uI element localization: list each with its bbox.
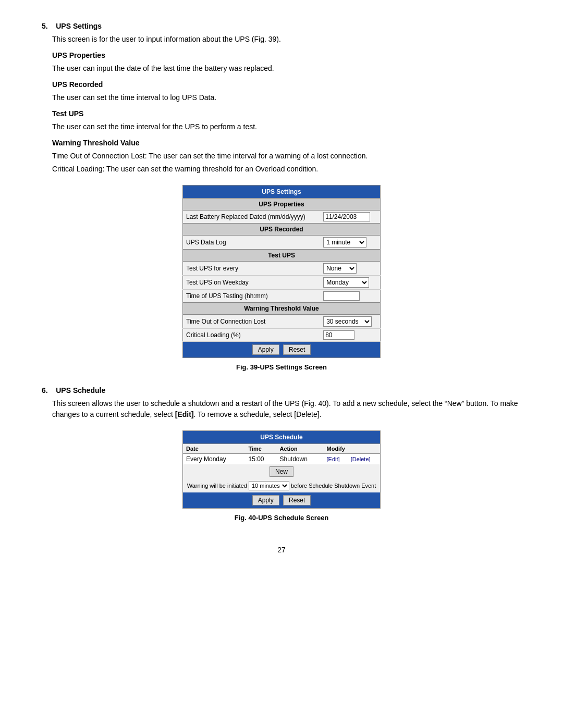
- col-modify: Modify: [324, 443, 381, 453]
- warning-text: Warning will be initiated: [187, 483, 247, 489]
- section-5-intro: This screen is for the user to input inf…: [52, 34, 521, 45]
- ups-schedule-title: UPS Schedule: [183, 430, 381, 443]
- ups-schedule-caption: Fig. 40-UPS Schedule Screen: [235, 513, 329, 523]
- warning-threshold-header: Warning Threshold Value: [183, 303, 381, 315]
- schedule-reset-button[interactable]: Reset: [283, 495, 311, 505]
- schedule-new-button[interactable]: New: [270, 466, 293, 477]
- ups-data-log-select[interactable]: 1 minute 5 minutes 10 minutes: [323, 237, 366, 248]
- ups-properties-header: UPS Properties: [183, 199, 381, 211]
- schedule-buttons-row: Apply Reset: [183, 492, 381, 509]
- ups-data-log-value: 1 minute 5 minutes 10 minutes: [320, 236, 380, 250]
- test-ups-every-row: Test UPS for every None Daily Weekly: [183, 262, 381, 276]
- warning-interval-select[interactable]: 10 minutes 5 minutes 15 minutes: [249, 481, 289, 490]
- section-6: 6. UPS Schedule This screen allows the u…: [42, 385, 521, 420]
- schedule-date: Every Monday: [183, 453, 246, 464]
- battery-date-input[interactable]: [323, 212, 370, 221]
- ups-recorded-header: UPS Recorded: [183, 224, 381, 236]
- schedule-new-row: New: [183, 464, 381, 479]
- schedule-row-1: Every Monday 15:00 Shutdown [Edit] [Dele…: [183, 453, 381, 464]
- timeout-connection-value: 30 seconds 60 seconds 120 seconds: [320, 315, 380, 329]
- test-ups-weekday-label: Test UPS on Weekday: [183, 276, 321, 290]
- test-ups-every-label: Test UPS for every: [183, 262, 321, 276]
- section-6-intro: This screen allows the user to schedule …: [52, 398, 521, 420]
- sub-header-recorded: UPS Recorded: [52, 79, 521, 90]
- critical-loading-input[interactable]: [323, 330, 354, 340]
- ups-settings-apply-button[interactable]: Apply: [252, 344, 279, 355]
- sub-header-warning: Warning Threshold Value: [52, 138, 521, 149]
- section-5-header: 5. UPS Settings: [42, 21, 521, 32]
- ups-data-log-label: UPS Data Log: [183, 236, 321, 250]
- schedule-action: Shutdown: [277, 453, 324, 464]
- timeout-connection-select[interactable]: 30 seconds 60 seconds 120 seconds: [323, 316, 372, 327]
- ups-schedule-figure: UPS Schedule Date Time Action Modify Eve…: [42, 430, 521, 525]
- warning-desc1: Time Out of Connection Lost: The user ca…: [52, 151, 521, 162]
- critical-loading-value: [320, 329, 380, 342]
- test-ups-time-value: [320, 290, 380, 303]
- ups-settings-caption: Fig. 39-UPS Settings Screen: [236, 362, 327, 373]
- test-ups-header: Test UPS: [183, 250, 381, 262]
- schedule-column-headers: Date Time Action Modify: [183, 443, 381, 453]
- ups-data-log-row: UPS Data Log 1 minute 5 minutes 10 minut…: [183, 236, 381, 250]
- schedule-edit[interactable]: [Edit]: [324, 453, 348, 464]
- ups-settings-reset-button[interactable]: Reset: [283, 344, 311, 355]
- battery-date-row: Last Battery Replaced Dated (mm/dd/yyyy): [183, 211, 381, 224]
- ups-settings-figure: UPS Settings UPS Properties Last Battery…: [42, 185, 521, 375]
- test-ups-time-input[interactable]: [323, 291, 360, 301]
- col-action: Action: [277, 443, 324, 453]
- critical-loading-row: Critical Loading (%): [183, 329, 381, 342]
- battery-date-value: [320, 211, 380, 224]
- critical-loading-label: Critical Loading (%): [183, 329, 321, 342]
- schedule-warning-row: Warning will be initiated 10 minutes 5 m…: [183, 479, 381, 492]
- sub-header-properties: UPS Properties: [52, 50, 521, 61]
- schedule-apply-button[interactable]: Apply: [252, 495, 279, 505]
- battery-date-label: Last Battery Replaced Dated (mm/dd/yyyy): [183, 211, 321, 224]
- sub-header-test-ups: Test UPS: [52, 108, 521, 119]
- test-ups-desc: The user can set the time interval for t…: [52, 121, 521, 132]
- timeout-connection-label: Time Out of Connection Lost: [183, 315, 321, 329]
- page-number: 27: [42, 546, 521, 554]
- section-5: 5. UPS Settings This screen is for the u…: [42, 21, 521, 175]
- schedule-delete[interactable]: [Delete]: [348, 453, 381, 464]
- col-date: Date: [183, 443, 246, 453]
- properties-desc: The user can input the date of the last …: [52, 63, 521, 74]
- test-ups-every-value: None Daily Weekly: [320, 262, 380, 276]
- section-6-header: 6. UPS Schedule: [42, 385, 521, 396]
- ups-settings-buttons: Apply Reset: [183, 342, 381, 358]
- test-ups-weekday-select[interactable]: Monday Tuesday Wednesday Thursday Friday: [323, 277, 369, 288]
- test-ups-time-label: Time of UPS Testing (hh:mm): [183, 290, 321, 303]
- test-ups-time-row: Time of UPS Testing (hh:mm): [183, 290, 381, 303]
- test-ups-every-select[interactable]: None Daily Weekly: [323, 263, 357, 274]
- test-ups-weekday-value: Monday Tuesday Wednesday Thursday Friday: [320, 276, 380, 290]
- recorded-desc: The user can set the time interval to lo…: [52, 92, 521, 103]
- timeout-connection-row: Time Out of Connection Lost 30 seconds 6…: [183, 315, 381, 329]
- test-ups-weekday-row: Test UPS on Weekday Monday Tuesday Wedne…: [183, 276, 381, 290]
- col-time: Time: [246, 443, 277, 453]
- ups-settings-table: UPS Settings UPS Properties Last Battery…: [182, 185, 381, 358]
- ups-settings-title: UPS Settings: [183, 186, 381, 199]
- schedule-time: 15:00: [246, 453, 277, 464]
- warning-suffix: before Schedule Shutdown Event: [291, 483, 376, 489]
- ups-schedule-table: UPS Schedule Date Time Action Modify Eve…: [182, 430, 381, 509]
- warning-desc2: Critical Loading: The user can set the w…: [52, 164, 521, 175]
